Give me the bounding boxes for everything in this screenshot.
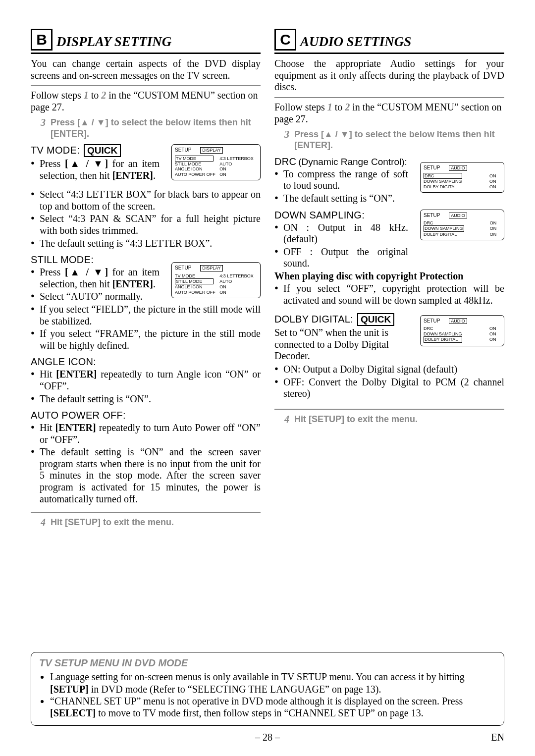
tv-setup-title: TV SETUP MENU IN DVD MODE [39,657,496,669]
section-b-head: B DISPLAY SETTING [31,29,261,51]
tv-mode-label: TV MODE: [31,145,80,156]
bullet: Select “4:3 PAN & SCAN” for a full heigh… [31,213,261,236]
step-4-text: Hit [SETUP] to exit the menu. [51,517,261,528]
section-letter-b: B [31,29,53,51]
text: Follow steps [31,90,84,101]
row-v: AUTO [219,278,257,284]
intro-c: Choose the appropriate Audio settings fo… [274,58,504,93]
osd-fig-down: SETUP AUDIO DRCON DOWN SAMPLINGON DOLBY … [420,210,504,240]
section-rule [31,53,261,54]
step-3-c: 3 Press [▲ / ▼] to select the below item… [274,129,504,151]
bullet: OFF : Output the original sound. [274,246,408,270]
row-k: ANGLE ICON [175,284,219,289]
step-4-num: 4 [274,414,289,425]
fig-table: TV MODE4:3 LETTERBOX STILL MODEAUTO ANGL… [175,156,257,177]
intro-b: You can change certain aspects of the DV… [31,58,261,81]
dolby-para: Set to “ON” when the unit is connected t… [274,327,408,362]
down-sampling-label: DOWN SAMPLING: [274,210,365,221]
row-k: AUTO POWER OFF [175,290,219,295]
bullet: The default setting is “4:3 LETTER BOX”. [31,238,261,250]
page-lang: EN [491,732,504,743]
select-key: [SELECT] [50,707,96,718]
column-right: C AUDIO SETTINGS Choose the appropriate … [274,29,504,533]
follow-steps-c: Follow steps 1 to 2 in the “CUSTOM MENU”… [274,101,504,125]
fig-setup: SETUP [175,147,191,153]
bullet: If you select “OFF”, copyright protectio… [274,283,504,306]
row-v: 4:3 LETTERBOX [219,156,257,162]
tv-setup-box: TV SETUP MENU IN DVD MODE Language setti… [31,652,504,726]
page-footer: – 28 – EN [0,732,535,743]
osd-fig-dolby: SETUP AUDIO DRCON DOWN SAMPLINGON DOLBY … [420,315,504,346]
enter-key: [ENTER] [55,422,96,433]
still-mode-label: STILL MODE: [31,254,94,266]
section-c-head: C AUDIO SETTINGS [274,29,504,51]
step-3-text: Press [▲ / ▼] to select the below items … [51,117,261,139]
fig-table: DRCON DOWN SAMPLINGON DOLBY DIGITALON [424,220,501,237]
divider [31,512,261,513]
still-mode-block: STILL MODE: Press [▲ / ▼] for an item se… [31,254,261,303]
row-k: DOLBY DIGITAL [424,232,490,237]
bullet: To compress the range of soft to loud so… [274,168,408,192]
row-k: DRC [424,173,462,179]
fig-table: TV MODE4:3 LETTERBOX STILL MODEAUTO ANGL… [175,273,257,295]
row-v: ON [489,184,501,189]
bullet: If you select “FIELD”, the picture in th… [31,304,261,327]
row-v: 4:3 LETTERBOX [219,273,257,278]
fig-setup: SETUP [175,265,191,271]
angle-icon-label: ANGLE ICON: [31,356,96,368]
bullet: If you select “FRAME”, the picture in th… [31,328,261,351]
bullet: The default setting is “ON”. [274,193,408,205]
bullet: OFF: Convert the Dolby Digital to PCM (2… [274,377,504,400]
step-2: 2 [345,101,350,113]
dolby-label: DOLBY DIGITAL: [274,314,353,325]
bullet: Select “AUTO” normally. [31,291,160,303]
text: Hit [40,369,56,379]
tv-mode-list-a: Press [▲ / ▼] for an item selection, the… [31,158,160,181]
row-v: ON [219,284,257,289]
column-left: B DISPLAY SETTING You can change certain… [31,29,261,533]
bullet: ON: Output a Dolby Digital signal (defau… [274,364,504,376]
step-3-num: 3 [274,129,289,151]
enter-key: [ENTER] [56,369,97,379]
osd-fig-drc: SETUP AUDIO DRCON DOWN SAMPLINGON DOLBY … [420,162,504,193]
still-mode-list-b: If you select “FIELD”, the picture in th… [31,304,261,351]
bullet: The default setting is “ON”. [31,393,261,405]
row-v: ON [489,336,501,342]
tv-setup-item: Language setting for on-screen menus is … [50,671,496,695]
row-k: DOWN SAMPLING [424,179,489,184]
tv-mode-block: TV MODE: QUICK Press [▲ / ▼] for an item… [31,144,261,188]
enter-key: [ENTER] [112,170,153,181]
text: . [153,278,156,289]
down-sampling-block: DOWN SAMPLING: ON : Output in 48 kHz. (d… [274,210,504,270]
row-v: ON [219,166,257,171]
step-4-num: 4 [31,517,46,528]
step-1: 1 [327,101,332,113]
step-3-b: 3 Press [▲ / ▼] to select the below item… [31,117,261,139]
text: to [89,90,102,101]
bullet: Press [▲ / ▼] for an item selection, the… [31,158,160,181]
row-k: DOLBY DIGITAL [424,184,489,189]
dolby-block: DOLBY DIGITAL: QUICK Set to “ON” when th… [274,313,504,363]
osd-fig-tvmode: SETUP DISPLAY TV MODE4:3 LETTERBOX STILL… [171,144,261,180]
text: Press [40,267,65,277]
row-k: DRC [424,326,489,331]
divider [274,409,504,410]
divider [31,85,261,86]
row-k: TV MODE [175,156,214,162]
fig-table: DRCON DOWN SAMPLINGON DOLBY DIGITALON [424,326,501,342]
tv-setup-list: Language setting for on-screen menus is … [39,671,496,719]
dolby-list: ON: Output a Dolby Digital signal (defau… [274,364,504,400]
still-mode-list-a: Press [▲ / ▼] for an item selection, the… [31,267,160,303]
section-title-b: DISPLAY SETTING [56,34,171,51]
auto-power-head: AUTO POWER OFF: [31,410,261,421]
fig-tab: DISPLAY [200,265,222,271]
fig-setup: SETUP [424,165,440,171]
fig-tab: AUDIO [449,318,467,324]
step-4-c: 4 Hit [SETUP] to exit the menu. [274,414,504,425]
keys: [▲ / ▼] [65,158,108,169]
row-v: ON [219,290,257,295]
row-k: DRC [424,220,490,225]
drc-label: DRC [274,156,296,167]
section-rule [274,53,504,54]
row-k: DOWN SAMPLING [424,331,489,336]
